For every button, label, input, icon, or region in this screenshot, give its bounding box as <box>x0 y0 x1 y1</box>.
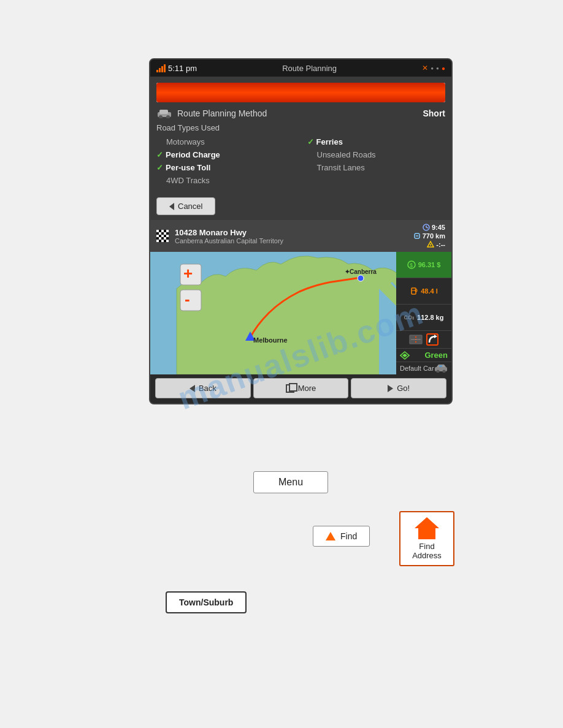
warning-icon <box>427 241 434 248</box>
cost-icon: $ <box>407 260 416 269</box>
road-type-per-use-toll: ✓ Per-use Toll <box>156 162 295 173</box>
distance-icon <box>413 232 421 240</box>
warning-stat: -:-- <box>427 241 445 248</box>
svg-text:+: + <box>183 264 193 282</box>
svg-text:$: $ <box>410 262 413 268</box>
route-method-value: Short <box>423 108 445 118</box>
route-planning-panel: Route Planning Method Short Road Types U… <box>150 77 451 192</box>
more-button[interactable]: More <box>253 378 349 398</box>
back-button[interactable]: Back <box>155 378 251 398</box>
route-icons-box <box>396 331 451 349</box>
road-type-transit-lanes: Transit Lanes <box>307 162 446 173</box>
status-bar-right: ✕ ● ● ● <box>422 64 445 72</box>
highway-icon <box>409 335 423 344</box>
dot2-icon: ● <box>436 66 439 71</box>
bar3 <box>161 66 163 72</box>
status-bar-left: 5:11 pm <box>156 64 197 73</box>
svg-rect-1 <box>159 110 168 114</box>
road-types-title: Road Types Used <box>156 123 445 132</box>
bottom-nav: Back More Go! <box>150 374 451 402</box>
destination-city: Canberra Australian Capital Territory <box>175 237 407 245</box>
vehicle-icon <box>434 364 448 373</box>
road-types-section: Road Types Used Motorways ✓ Ferries ✓ Pe… <box>156 123 445 186</box>
road-type-4wd: 4WD Tracks <box>156 175 295 186</box>
svg-rect-30 <box>427 334 438 345</box>
find-arrow-icon <box>326 532 335 540</box>
copy-icon <box>286 384 294 393</box>
distance-stat: 770 km <box>413 232 445 240</box>
progress-bar-fill <box>156 83 445 102</box>
turn-icon <box>426 333 439 346</box>
destination-text: 10428 Monaro Hwy Canberra Australian Cap… <box>175 228 407 245</box>
checkered-flag-icon <box>156 230 169 242</box>
signal-bars-icon <box>156 64 166 72</box>
find-address-container: Find Address <box>399 511 454 566</box>
destination-address: 10428 Monaro Hwy <box>175 228 407 237</box>
dot3-icon: ● <box>442 65 445 72</box>
status-time: 5:11 pm <box>168 64 197 73</box>
go-button[interactable]: Go! <box>351 378 446 398</box>
svg-text:Melbourne: Melbourne <box>253 336 288 344</box>
menu-btn-container: Menu <box>253 471 328 493</box>
clock-icon <box>423 224 430 231</box>
vehicle-row: Default Car <box>396 362 451 374</box>
device-screen: 5:11 pm Route Planning ✕ ● ● ● <box>149 58 453 404</box>
fuel-icon <box>410 287 418 295</box>
road-type-ferries: ✓ Ferries <box>307 136 446 148</box>
back-arrow-icon <box>190 385 195 392</box>
find-address-button[interactable]: Find Address <box>399 511 454 566</box>
status-title: Route Planning <box>282 64 337 73</box>
map-side-panel: $ 96.31 $ 48.4 l CO₂ 112.8 kg <box>396 252 451 374</box>
house-icon <box>416 517 438 539</box>
menu-button[interactable]: Menu <box>253 471 328 493</box>
bar1 <box>156 70 158 72</box>
town-suburb-button[interactable]: Town/Suburb <box>166 591 247 613</box>
car-icon <box>156 108 172 118</box>
svg-rect-19 <box>180 290 201 311</box>
svg-text:✦Canberra: ✦Canberra <box>345 268 377 275</box>
svg-point-13 <box>358 275 364 281</box>
cancel-button[interactable]: Cancel <box>156 197 215 215</box>
route-method-left: Route Planning Method <box>156 108 267 118</box>
fuel-stat-box: 48.4 l <box>396 278 451 305</box>
route-method-row: Route Planning Method Short <box>156 108 445 118</box>
svg-rect-37 <box>439 365 442 367</box>
route-name-row: Green <box>396 349 451 362</box>
destination-row: 10428 Monaro Hwy Canberra Australian Cap… <box>150 220 451 252</box>
bar2 <box>159 68 161 72</box>
wifi-icon: ✕ <box>422 64 428 72</box>
cancel-btn-row: Cancel <box>150 192 451 220</box>
find-button[interactable]: Find <box>313 526 370 547</box>
road-type-period-charge: ✓ Period Charge <box>156 149 295 161</box>
cost-stat-box: $ 96.31 $ <box>396 252 451 278</box>
house-roof <box>415 517 439 528</box>
svg-marker-33 <box>402 354 407 357</box>
road-type-motorways: Motorways <box>156 136 295 148</box>
road-type-unsealed: Unsealed Roads <box>307 149 446 161</box>
back-arrow-icon <box>169 203 174 210</box>
co2-stat-box: CO₂ 112.8 kg <box>396 305 451 331</box>
go-arrow-icon <box>388 385 393 392</box>
status-bar: 5:11 pm Route Planning ✕ ● ● ● <box>150 59 451 77</box>
find-btn-container: Find <box>313 526 370 547</box>
svg-line-6 <box>426 227 428 228</box>
route-selector-icon <box>400 351 410 360</box>
svg-text:-: - <box>185 290 190 308</box>
progress-bar <box>156 83 445 102</box>
map-area: Melbourne ✦Canberra + - $ 96.31 $ 48.4 l <box>150 252 451 374</box>
dot1-icon: ● <box>431 66 434 71</box>
house-body <box>418 528 435 539</box>
route-method-label: Route Planning Method <box>177 108 267 118</box>
time-stat: 9:45 <box>423 224 445 231</box>
road-type-empty <box>307 175 446 186</box>
town-btn-container: Town/Suburb <box>166 591 247 613</box>
bar4 <box>164 64 166 72</box>
road-types-grid: Motorways ✓ Ferries ✓ Period Charge Unse… <box>156 136 445 186</box>
destination-stats: 9:45 770 km -:-- <box>413 224 445 248</box>
